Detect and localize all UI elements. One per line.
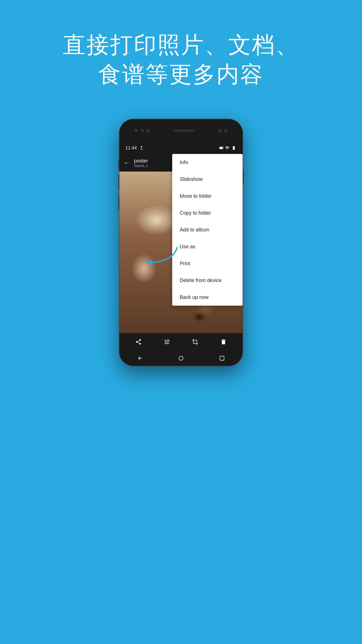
phone-top-bezel [119, 119, 243, 142]
menu-item-info[interactable]: Info [172, 154, 243, 171]
nav-home-icon[interactable] [178, 355, 184, 361]
dot-2 [141, 129, 144, 132]
phone-shell: 11:44 [119, 119, 243, 366]
sensor-dot [224, 129, 228, 132]
svg-point-1 [179, 356, 183, 360]
svg-rect-2 [220, 356, 224, 360]
clock: 11:44 [125, 145, 137, 151]
menu-item-add-to-album[interactable]: Add to album [172, 221, 243, 238]
phone-device: 11:44 [119, 119, 243, 366]
battery-icon [231, 146, 237, 150]
nav-recents-icon[interactable] [219, 355, 225, 361]
bottom-toolbar [119, 333, 243, 351]
camera-area [134, 129, 150, 132]
menu-item-slideshow[interactable]: Slideshow [172, 171, 243, 188]
menu-item-print[interactable]: Print [172, 255, 243, 272]
status-right [219, 146, 237, 150]
speaker [174, 130, 194, 132]
menu-item-use-as[interactable]: Use as [172, 238, 243, 255]
context-menu: Info Slideshow Move to folder Copy to fo… [172, 154, 243, 306]
share-icon[interactable] [135, 339, 142, 345]
header-text: 直接打印照片、文档、 食谱等更多内容 [63, 30, 299, 89]
dot-3 [147, 129, 150, 132]
nav-bar [119, 351, 243, 366]
nav-back-icon[interactable] [137, 355, 143, 361]
vibrate-icon [219, 146, 223, 150]
delete-icon[interactable] [220, 339, 227, 345]
front-camera-dot [218, 129, 221, 132]
front-camera-area [218, 129, 228, 132]
menu-item-back-up-now[interactable]: Back up now [172, 289, 243, 306]
header-line2: 食谱等更多内容 [63, 60, 299, 89]
adjust-icon[interactable] [164, 339, 170, 345]
back-button[interactable]: ← [123, 159, 130, 167]
menu-item-delete-from-device[interactable]: Delete from device [172, 272, 243, 289]
header-line1: 直接打印照片、文档、 [63, 30, 299, 60]
status-left: 11:44 [125, 145, 144, 151]
menu-item-move-to-folder[interactable]: Move to folder [172, 188, 243, 205]
menu-item-copy-to-folder[interactable]: Copy to folder [172, 205, 243, 221]
dot-1 [134, 129, 138, 132]
download-icon [139, 146, 144, 150]
wifi-icon [225, 146, 230, 150]
edit-icon[interactable] [192, 339, 198, 345]
app-bar-title-group: poster Saved, 1 [134, 158, 148, 168]
app-bar-subtitle: Saved, 1 [134, 164, 148, 168]
app-bar-title: poster [134, 158, 148, 164]
status-bar: 11:44 [119, 142, 243, 154]
